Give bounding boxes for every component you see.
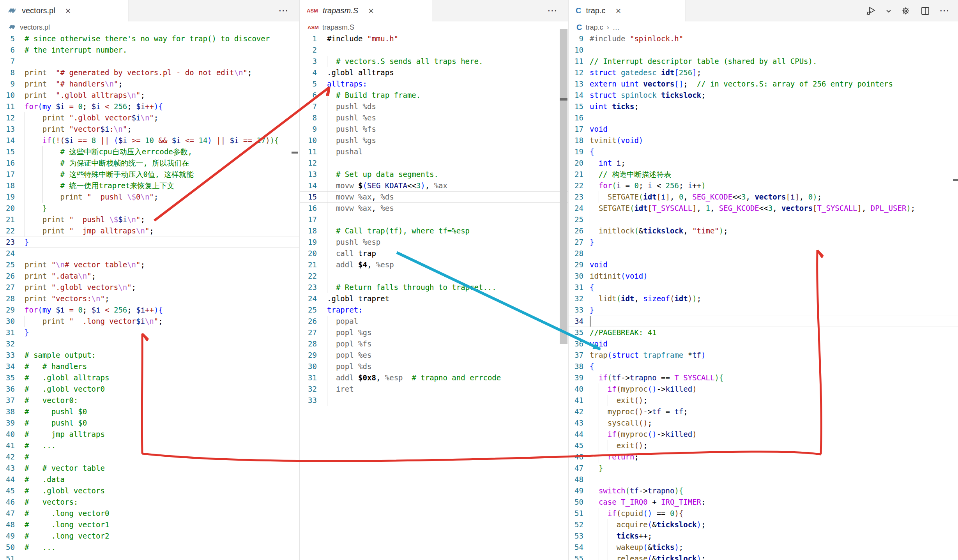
code-line[interactable]: 27print ".globl vectors\n"; <box>0 282 299 293</box>
code-line[interactable]: 51 if(cpuid() == 0){ <box>569 508 958 519</box>
code-line[interactable]: 19 print " pushl \$0\n"; <box>0 191 299 203</box>
code-line[interactable]: 3 # vectors.S sends all traps here. <box>300 56 568 67</box>
code-line[interactable]: 7 <box>0 56 299 67</box>
code-line[interactable]: 32 <box>0 338 299 350</box>
code-line[interactable]: 6 # Build trap frame. <box>300 90 568 101</box>
code-line[interactable]: 44 if(myproc()->killed) <box>569 429 958 440</box>
code-editor-trap[interactable]: 9#include "spinlock.h"1011// Interrupt d… <box>569 33 958 560</box>
code-line[interactable]: 17 <box>300 214 568 225</box>
code-line[interactable]: 22 print " jmp alltraps\n"; <box>0 225 299 237</box>
code-line[interactable]: 31} <box>0 327 299 338</box>
code-line[interactable]: 13extern uint vectors[]; // in vectors.S… <box>569 78 958 90</box>
code-line[interactable]: 42# <box>0 451 299 463</box>
code-line[interactable]: 14 if(!($i == 8 || ($i >= 10 && $i <= 14… <box>0 135 299 146</box>
code-line[interactable]: 9 pushl %fs <box>300 124 568 135</box>
breadcrumb-item[interactable]: … <box>613 23 620 32</box>
code-line[interactable]: 33# sample output: <box>0 350 299 361</box>
code-line[interactable]: 21 print " pushl \$$i\n"; <box>0 214 299 225</box>
code-line[interactable]: 20 call trap <box>300 248 568 259</box>
code-line[interactable]: 30 print " .long vector$i\n"; <box>0 316 299 327</box>
code-line[interactable]: 46 return; <box>569 451 958 463</box>
code-line[interactable]: 48# .long vector1 <box>0 519 299 530</box>
code-line[interactable]: 17void <box>569 124 958 135</box>
code-line[interactable]: 26 initlock(&tickslock, "time"); <box>569 225 958 237</box>
split-editor-icon[interactable] <box>920 5 931 16</box>
close-icon[interactable]: × <box>615 6 621 16</box>
code-line[interactable]: 33} <box>569 304 958 316</box>
code-line[interactable]: 28 popl %fs <box>300 338 568 350</box>
code-line[interactable]: 34# # handlers <box>0 361 299 372</box>
code-line[interactable]: 9print "# handlers\n"; <box>0 78 299 90</box>
code-line[interactable]: 47# .long vector0 <box>0 508 299 519</box>
code-line[interactable]: 54 wakeup(&ticks); <box>569 542 958 553</box>
code-line[interactable]: 5alltraps: <box>300 78 568 90</box>
more-actions-icon[interactable]: ⋯ <box>268 5 299 17</box>
code-line[interactable]: 35//PAGEBREAK: 41 <box>569 327 958 338</box>
code-line[interactable]: 22 for(i = 0; i < 256; i++) <box>569 180 958 191</box>
code-line[interactable]: 31 addl $0x8, %esp # trapno and errcode <box>300 372 568 383</box>
code-line[interactable]: 4.globl alltraps <box>300 67 568 78</box>
code-line[interactable]: 40# jmp alltraps <box>0 429 299 440</box>
code-line[interactable]: 2 <box>300 44 568 56</box>
code-line[interactable]: 23} <box>0 237 299 248</box>
code-line[interactable]: 22 <box>300 270 568 282</box>
code-line[interactable]: 23 SETGATE(idt[i], 0, SEG_KCODE<<3, vect… <box>569 191 958 203</box>
gear-icon[interactable] <box>900 5 911 16</box>
more-actions-icon[interactable]: ⋯ <box>537 5 568 17</box>
more-actions-icon[interactable]: ⋯ <box>939 5 950 17</box>
breadcrumb-item[interactable]: trap.c <box>585 23 603 32</box>
code-line[interactable]: 10 pushl %gs <box>300 135 568 146</box>
code-line[interactable]: 11for(my $i = 0; $i < 256; $i++){ <box>0 101 299 112</box>
close-icon[interactable]: × <box>368 6 374 16</box>
run-or-debug-icon[interactable] <box>865 5 877 17</box>
code-line[interactable]: 13 # Set up data segments. <box>300 169 568 180</box>
code-line[interactable]: 26print ".data\n"; <box>0 270 299 282</box>
code-line[interactable]: 19{ <box>569 146 958 157</box>
code-line[interactable]: 52 acquire(&tickslock); <box>569 519 958 530</box>
code-line[interactable]: 24.globl trapret <box>300 293 568 304</box>
code-line[interactable]: 32 lidt(idt, sizeof(idt)); <box>569 293 958 304</box>
code-line[interactable]: 16 <box>569 112 958 124</box>
code-line[interactable]: 18 # Call trap(tf), where tf=%esp <box>300 225 568 237</box>
tab-vectors-pl[interactable]: vectors.pl × <box>0 0 129 21</box>
code-line[interactable]: 14struct spinlock tickslock; <box>569 90 958 101</box>
code-line[interactable]: 45 exit(); <box>569 440 958 451</box>
code-line[interactable]: 19 pushl %esp <box>300 237 568 248</box>
code-line[interactable]: 32 iret <box>300 383 568 395</box>
code-line[interactable]: 55 release(&tickslock); <box>569 553 958 560</box>
code-line[interactable]: 10print ".globl alltraps\n"; <box>0 90 299 101</box>
code-line[interactable]: 42 myproc()->tf = tf; <box>569 406 958 417</box>
code-line[interactable]: 20 } <box>0 203 299 214</box>
code-line[interactable]: 25print "\n# vector table\n"; <box>0 259 299 270</box>
breadcrumb-item[interactable]: trapasm.S <box>322 23 354 32</box>
code-line[interactable]: 24 SETGATE(idt[T_SYSCALL], 1, SEG_KCODE<… <box>569 203 958 214</box>
code-line[interactable]: 47 } <box>569 463 958 474</box>
code-line[interactable]: 37trap(struct trapframe *tf) <box>569 350 958 361</box>
code-line[interactable]: 16 movw %ax, %es <box>300 203 568 214</box>
code-line[interactable]: 11// Interrupt descriptor table (shared … <box>569 56 958 67</box>
code-line[interactable]: 45# .globl vectors <box>0 485 299 496</box>
code-line[interactable]: 30idtinit(void) <box>569 270 958 282</box>
code-line[interactable]: 46# vectors: <box>0 496 299 508</box>
code-line[interactable]: 18 # 统一使用trapret来恢复上下文 <box>0 180 299 191</box>
code-line[interactable]: 14 movw $(SEG_KDATA<<3), %ax <box>300 180 568 191</box>
code-line[interactable]: 6# the interrupt number. <box>0 44 299 56</box>
breadcrumb[interactable]: ASM trapasm.S <box>300 21 568 33</box>
code-line[interactable]: 35# .globl alltraps <box>0 372 299 383</box>
code-line[interactable]: 28 <box>569 248 958 259</box>
code-line[interactable]: 29 popl %es <box>300 350 568 361</box>
code-line[interactable]: 12 <box>300 157 568 169</box>
code-line[interactable]: 10 <box>569 44 958 56</box>
code-line[interactable]: 11 pushal <box>300 146 568 157</box>
code-line[interactable]: 31{ <box>569 282 958 293</box>
code-line[interactable]: 41 exit(); <box>569 395 958 406</box>
code-line[interactable]: 9#include "spinlock.h" <box>569 33 958 44</box>
code-line[interactable]: 8print "# generated by vectors.pl - do n… <box>0 67 299 78</box>
code-line[interactable]: 36# .globl vector0 <box>0 383 299 395</box>
code-line[interactable]: 25 <box>569 214 958 225</box>
code-line[interactable]: 38# pushl $0 <box>0 406 299 417</box>
code-line[interactable]: 37# vector0: <box>0 395 299 406</box>
tab-trap-c[interactable]: C trap.c × <box>569 0 686 21</box>
code-line[interactable]: 25trapret: <box>300 304 568 316</box>
code-line[interactable]: 39# pushl $0 <box>0 417 299 429</box>
